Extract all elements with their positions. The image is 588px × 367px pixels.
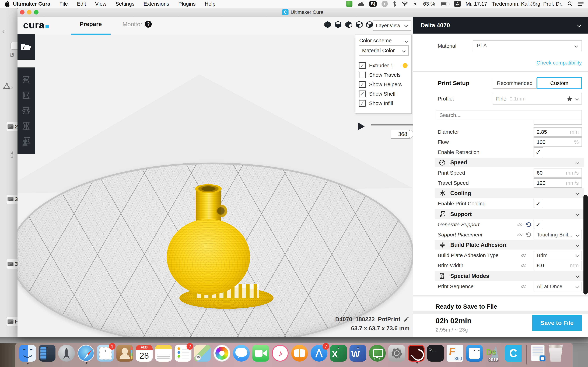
per-model-settings-tool-icon[interactable]	[21, 137, 31, 146]
dock-acrobat-icon[interactable]	[408, 345, 424, 362]
spotlight-icon[interactable]	[567, 1, 573, 7]
menu-extensions[interactable]: Extensions	[144, 1, 169, 7]
play-simulation-button[interactable]	[358, 122, 365, 130]
dock-photos-icon[interactable]	[214, 345, 230, 362]
bluetooth-icon[interactable]	[393, 1, 397, 7]
extruder1-checkbox[interactable]: ✓	[359, 62, 366, 69]
diameter-input[interactable]: 2.85mm	[534, 127, 582, 137]
minimize-window-button[interactable]	[27, 10, 32, 15]
view-left-icon[interactable]	[355, 21, 363, 28]
section-special-modes[interactable]: Special Modes	[413, 271, 588, 281]
apple-icon[interactable]	[4, 0, 10, 7]
link-icon[interactable]	[517, 222, 523, 227]
dock-fusion360-icon[interactable]: F360	[447, 345, 463, 362]
move-tool-icon[interactable]	[21, 75, 31, 84]
check-compatibility-link[interactable]: Check compatibility	[536, 60, 582, 66]
dock-calendar-icon[interactable]: FEB28	[136, 345, 153, 362]
dock-reminders-icon[interactable]: 2	[175, 345, 191, 362]
dock-word-icon[interactable]: W	[349, 345, 366, 362]
settings-search-input[interactable]	[436, 110, 582, 120]
settings-scrollbar[interactable]	[583, 195, 588, 294]
menubar-clock[interactable]: Mi. 17:17	[466, 1, 487, 7]
battery-icon[interactable]	[440, 2, 450, 6]
dock-terminal-icon[interactable]: >_	[427, 345, 444, 362]
dock-server-app-icon[interactable]	[39, 345, 55, 362]
dock-draftsight-icon[interactable]: Ds2018	[485, 345, 502, 362]
enable-retraction-checkbox[interactable]: ✓	[534, 148, 543, 157]
link-icon[interactable]	[521, 263, 527, 268]
section-cooling[interactable]: Cooling	[413, 188, 588, 198]
rename-pencil-icon[interactable]	[404, 316, 409, 322]
dock-excel-icon[interactable]: X	[330, 345, 347, 362]
dock-minimized-window[interactable]	[531, 345, 545, 361]
show-shell-checkbox[interactable]: ✓	[359, 91, 366, 97]
flow-input[interactable]: 100%	[534, 137, 582, 147]
dock-appstore-icon[interactable]: 7	[311, 345, 328, 362]
view-mode-dropdown[interactable]: Layer view	[373, 20, 411, 31]
path-slider[interactable]	[371, 124, 413, 125]
section-adhesion[interactable]: Build Plate Adhesion	[413, 240, 588, 250]
recommended-button[interactable]: Recommended	[493, 78, 537, 89]
view-front-icon[interactable]	[334, 21, 342, 28]
custom-button[interactable]: Custom	[537, 77, 582, 89]
print-sequence-dropdown[interactable]: All at Once	[534, 282, 582, 291]
star-icon[interactable]	[567, 96, 573, 102]
revert-icon[interactable]	[525, 232, 531, 238]
save-to-file-button[interactable]: Save to File	[532, 315, 582, 331]
notification-center-icon[interactable]	[578, 1, 584, 7]
view-top-icon[interactable]	[345, 21, 353, 28]
menu-file[interactable]: File	[59, 1, 68, 7]
dock-itunes-icon[interactable]	[272, 345, 289, 362]
menu-plugins[interactable]: Plugins	[178, 1, 196, 7]
dock-facetime-icon[interactable]	[252, 345, 269, 362]
menubar-user[interactable]: Tiedemann, Kai Jörg, Prof. Dr.	[492, 1, 562, 7]
rotate-tool-icon[interactable]	[21, 106, 31, 116]
tab-prepare[interactable]: Prepare	[80, 21, 102, 27]
close-window-button[interactable]	[20, 10, 25, 15]
dock-system-preferences-icon[interactable]	[388, 345, 405, 362]
chevron-down-icon[interactable]	[404, 39, 408, 43]
viewport-3d[interactable]: D4070_180222_PotPrint 63.7 x 63.7 x 73.6…	[17, 34, 413, 337]
section-speed[interactable]: Speed	[413, 158, 588, 167]
model-body[interactable]	[167, 219, 250, 295]
view-3d-icon[interactable]	[324, 21, 331, 28]
support-placement-dropdown[interactable]: Touching Buil...	[534, 230, 582, 239]
print-speed-input[interactable]: 60mm/s	[534, 168, 582, 178]
tab-monitor[interactable]: Monitor ?	[122, 21, 152, 28]
brim-width-input[interactable]: 8.0mm	[534, 261, 582, 270]
dock-cura-icon[interactable]: C	[505, 345, 522, 362]
zoom-window-button[interactable]	[34, 10, 38, 15]
section-support[interactable]: Support	[413, 209, 588, 219]
adhesion-type-dropdown[interactable]: Brim	[534, 250, 582, 260]
menu-settings[interactable]: Settings	[115, 1, 134, 7]
volume-icon[interactable]	[413, 1, 418, 7]
menu-edit[interactable]: Edit	[77, 1, 86, 7]
cloud-status-icon[interactable]	[357, 1, 364, 6]
link-icon[interactable]	[517, 232, 523, 238]
dock-safari-icon[interactable]	[78, 345, 94, 362]
menu-help[interactable]: Help	[205, 1, 216, 7]
profile-dropdown[interactable]: Fine - 0.1mm	[493, 93, 582, 105]
color-scheme-dropdown[interactable]: Material Color	[359, 45, 409, 56]
input-source-icon[interactable]: A	[454, 1, 461, 7]
mirror-tool-icon[interactable]	[21, 121, 31, 131]
show-infill-checkbox[interactable]: ✓	[359, 100, 366, 107]
enable-print-cooling-checkbox[interactable]: ✓	[534, 199, 543, 208]
dock-finder-icon[interactable]	[19, 345, 36, 362]
wifi-icon[interactable]	[401, 1, 408, 7]
antivirus-status-icon[interactable]	[346, 1, 353, 7]
open-file-button[interactable]	[17, 34, 35, 60]
revert-icon[interactable]	[525, 222, 531, 227]
view-right-icon[interactable]	[366, 21, 373, 28]
dock-mail-icon[interactable]: 1	[97, 345, 114, 362]
boxcryptor-icon[interactable]: B(	[369, 1, 376, 7]
dock-trash-icon[interactable]	[547, 345, 564, 362]
link-icon[interactable]	[521, 284, 527, 289]
dock-notes-icon[interactable]	[155, 345, 172, 362]
window-titlebar[interactable]: C Ultimaker Cura	[17, 8, 588, 17]
dock-launchpad-icon[interactable]	[58, 345, 75, 362]
printer-selector[interactable]: Delta 4070	[413, 17, 588, 33]
menubar-app-name[interactable]: Ultimaker Cura	[13, 1, 50, 7]
show-helpers-checkbox[interactable]: ✓	[359, 81, 366, 88]
dock-contacts-icon[interactable]	[116, 345, 133, 362]
